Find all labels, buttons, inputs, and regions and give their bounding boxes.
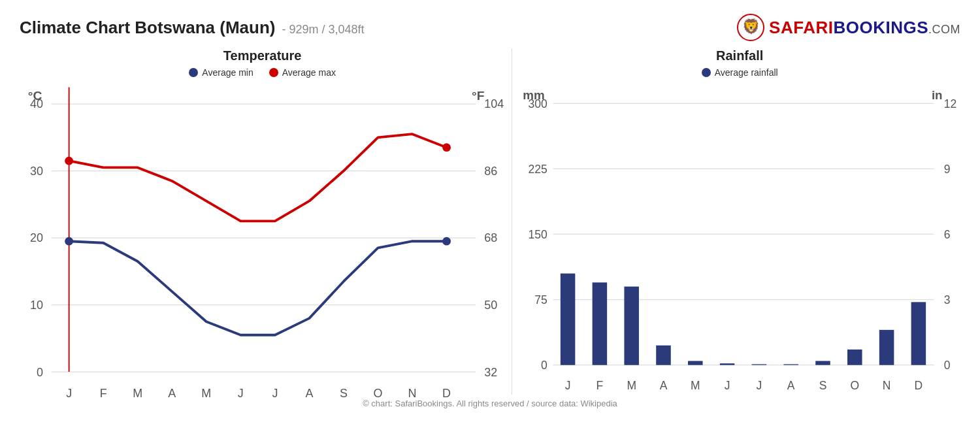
- page-subtitle: - 929m / 3,048ft: [282, 23, 365, 37]
- svg-text:0: 0: [541, 359, 547, 372]
- svg-text:J: J: [272, 387, 278, 400]
- svg-text:M: M: [691, 379, 700, 392]
- svg-text:N: N: [408, 387, 417, 400]
- svg-text:🦁: 🦁: [742, 18, 760, 35]
- svg-text:68: 68: [484, 231, 497, 244]
- svg-point-34: [65, 237, 73, 246]
- svg-text:0: 0: [37, 366, 43, 379]
- bar-mar: [625, 287, 640, 365]
- rainfall-chart-section: Rainfall Average rainfall 300 225 150 75…: [519, 48, 960, 395]
- bar-jan: [561, 274, 576, 365]
- svg-text:M: M: [201, 387, 211, 400]
- svg-text:0: 0: [944, 359, 951, 372]
- legend-min-label: Average min: [202, 67, 253, 78]
- legend-dot-max: [269, 68, 278, 77]
- logo-safari: SAFARI: [769, 18, 833, 37]
- legend-rainfall-label: Average rainfall: [715, 67, 778, 78]
- svg-text:in: in: [932, 88, 943, 102]
- legend-max-label: Average max: [282, 67, 336, 78]
- bar-apr: [657, 346, 672, 365]
- svg-text:A: A: [787, 379, 795, 392]
- svg-text:3: 3: [944, 293, 951, 306]
- svg-text:M: M: [627, 379, 637, 392]
- bar-nov: [879, 330, 894, 365]
- svg-text:A: A: [168, 387, 176, 400]
- svg-text:30: 30: [30, 165, 43, 178]
- temperature-legend: Average min Average max: [189, 67, 336, 78]
- bar-jul: [752, 364, 767, 365]
- svg-text:O: O: [851, 379, 860, 392]
- svg-text:J: J: [238, 387, 244, 400]
- svg-text:N: N: [883, 379, 891, 392]
- chart-divider: [512, 48, 512, 395]
- svg-text:°F: °F: [472, 89, 485, 103]
- svg-text:J: J: [565, 379, 571, 392]
- legend-min: Average min: [189, 67, 253, 78]
- bar-dec: [911, 302, 926, 365]
- svg-point-32: [65, 157, 73, 165]
- svg-text:M: M: [133, 387, 142, 400]
- bar-feb: [593, 282, 608, 365]
- svg-text:75: 75: [535, 293, 547, 306]
- logo-com: .COM: [928, 23, 960, 36]
- svg-text:S: S: [819, 379, 827, 392]
- svg-text:225: 225: [529, 163, 547, 176]
- title-area: Climate Chart Botswana (Maun) - 929m / 3…: [20, 18, 365, 38]
- legend-rainfall: Average rainfall: [702, 67, 778, 78]
- rainfall-svg: 300 225 150 75 0 mm 12 9 6 3 0 in: [519, 83, 960, 418]
- svg-text:O: O: [374, 387, 383, 400]
- svg-text:10: 10: [30, 299, 43, 312]
- bar-may: [688, 361, 703, 365]
- svg-text:F: F: [596, 379, 604, 392]
- svg-text:86: 86: [484, 165, 497, 178]
- svg-text:D: D: [915, 379, 923, 392]
- svg-text:S: S: [340, 387, 348, 400]
- legend-dot-rainfall: [702, 68, 711, 77]
- logo-bookings: BOOKINGS: [833, 18, 928, 37]
- rainfall-chart-wrapper: 300 225 150 75 0 mm 12 9 6 3 0 in: [519, 83, 960, 421]
- svg-text:D: D: [442, 387, 451, 400]
- temperature-chart-title: Temperature: [223, 48, 302, 63]
- temperature-chart-wrapper: 40 30 20 10 0 °C 104 86 68 50 32 °F: [20, 83, 505, 426]
- svg-text:20: 20: [30, 231, 43, 244]
- svg-text:J: J: [725, 379, 730, 392]
- bar-aug: [784, 364, 799, 365]
- rainfall-chart-title: Rainfall: [716, 48, 763, 63]
- bar-oct: [847, 350, 862, 365]
- svg-text:9: 9: [944, 163, 951, 176]
- legend-dot-min: [189, 68, 198, 77]
- rainfall-legend: Average rainfall: [702, 67, 778, 78]
- svg-point-33: [442, 143, 451, 152]
- page-container: Climate Chart Botswana (Maun) - 929m / 3…: [0, 0, 980, 426]
- svg-text:A: A: [305, 387, 313, 400]
- svg-text:J: J: [66, 387, 72, 400]
- svg-text:104: 104: [484, 97, 504, 110]
- svg-text:150: 150: [529, 228, 547, 241]
- svg-text:6: 6: [944, 228, 951, 241]
- svg-text:F: F: [100, 387, 107, 400]
- logo-text: SAFARIBOOKINGS.COM: [769, 18, 960, 38]
- temperature-svg: 40 30 20 10 0 °C 104 86 68 50 32 °F: [20, 83, 505, 426]
- page-title: Climate Chart Botswana (Maun): [20, 18, 276, 38]
- logo-area: 🦁 SAFARIBOOKINGS.COM: [736, 13, 960, 42]
- bar-jun: [720, 363, 735, 365]
- svg-text:mm: mm: [523, 88, 545, 102]
- svg-point-35: [442, 237, 451, 246]
- svg-text:50: 50: [484, 299, 497, 312]
- svg-text:32: 32: [484, 366, 497, 379]
- temperature-chart-section: Temperature Average min Average max 40 3…: [20, 48, 505, 395]
- legend-max: Average max: [269, 67, 336, 78]
- svg-text:°C: °C: [28, 89, 42, 103]
- charts-row: Temperature Average min Average max 40 3…: [20, 48, 960, 395]
- logo-icon: 🦁: [736, 13, 765, 42]
- header-row: Climate Chart Botswana (Maun) - 929m / 3…: [20, 13, 960, 42]
- svg-text:A: A: [660, 379, 668, 392]
- svg-text:12: 12: [944, 97, 956, 110]
- bar-sep: [816, 361, 831, 365]
- svg-text:J: J: [757, 379, 762, 392]
